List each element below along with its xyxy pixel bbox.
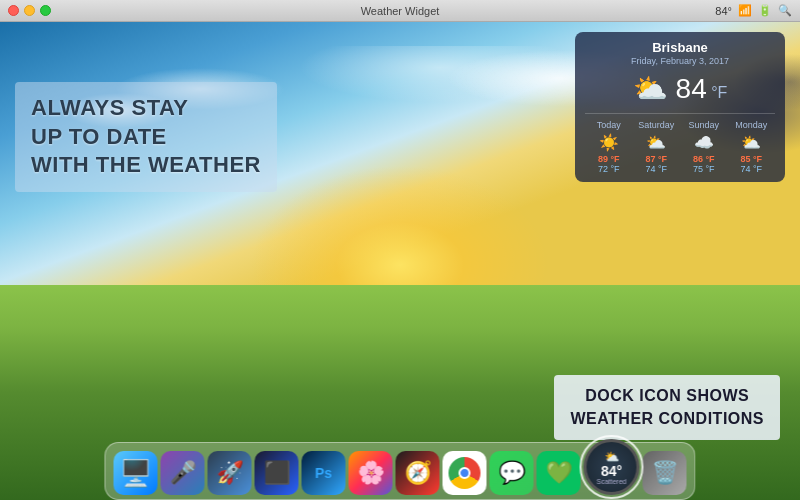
dock-messages[interactable]: 💬 <box>490 451 534 495</box>
dock-launchpad[interactable]: 🚀 <box>208 451 252 495</box>
forecast-day-1: Saturday ⛅ 87 °F 74 °F <box>633 120 681 174</box>
forecast-day-0: Today ☀️ 89 °F 72 °F <box>585 120 633 174</box>
chrome-icon <box>449 457 481 489</box>
weather-dock-temp: 84° <box>601 464 622 478</box>
window-title: Weather Widget <box>361 5 440 17</box>
dock-siri[interactable]: 🎤 <box>161 451 205 495</box>
dock-trash[interactable]: 🗑️ <box>643 451 687 495</box>
dock-photos[interactable]: 🌸 <box>349 451 393 495</box>
dock-weather[interactable]: ⛅ 84° Scattered <box>584 439 640 495</box>
trash-icon: 🗑️ <box>651 460 678 486</box>
safari-icon: 🧭 <box>404 460 431 486</box>
launchpad-icon: 🚀 <box>216 460 243 486</box>
ps-icon: Ps <box>315 465 332 481</box>
dock-label-line-1: DOCK ICON SHOWS <box>570 385 764 407</box>
hero-line-3: WITH THE WEATHER <box>31 151 261 180</box>
wifi-icon: 📶 <box>738 4 752 17</box>
titlebar: Weather Widget 84° 📶 🔋 🔍 <box>0 0 800 22</box>
traffic-lights <box>8 5 51 16</box>
menubar-temp: 84° <box>715 5 732 17</box>
dock-wechat[interactable]: 💚 <box>537 451 581 495</box>
dock-mission-control[interactable]: ⬛ <box>255 451 299 495</box>
battery-icon: 🔋 <box>758 4 772 17</box>
weather-dock-icon: ⛅ <box>604 450 619 464</box>
forecast-day-3: Monday ⛅ 85 °F 74 °F <box>728 120 776 174</box>
messages-icon: 💬 <box>498 460 525 486</box>
weather-date: Friday, February 3, 2017 <box>585 56 775 66</box>
dock-label-box: DOCK ICON SHOWS WEATHER CONDITIONS <box>554 375 780 440</box>
weather-current-icon: ⛅ <box>633 72 668 105</box>
forecast-day-2: Sunday ☁️ 86 °F 75 °F <box>680 120 728 174</box>
finder-icon: 🖥️ <box>120 458 152 489</box>
photos-icon: 🌸 <box>357 460 384 486</box>
hero-line-2: UP TO DATE <box>31 123 261 152</box>
siri-icon: 🎤 <box>169 460 196 486</box>
wechat-icon: 💚 <box>545 460 572 486</box>
dock-label-line-2: WEATHER CONDITIONS <box>570 408 764 430</box>
dock-finder[interactable]: 🖥️ <box>114 451 158 495</box>
minimize-button[interactable] <box>24 5 35 16</box>
weather-city: Brisbane <box>585 40 775 55</box>
dock: 🖥️ 🎤 🚀 ⬛ Ps 🌸 🧭 💬 💚 <box>105 442 696 500</box>
weather-current-temp: 84 <box>676 73 707 104</box>
weather-forecast: Today ☀️ 89 °F 72 °F Saturday ⛅ 87 °F 74… <box>585 113 775 174</box>
maximize-button[interactable] <box>40 5 51 16</box>
dock-safari[interactable]: 🧭 <box>396 451 440 495</box>
hero-line-1: ALWAYS STAY <box>31 94 261 123</box>
weather-dock-condition: Scattered <box>597 478 627 485</box>
dock-photoshop[interactable]: Ps <box>302 451 346 495</box>
search-icon[interactable]: 🔍 <box>778 4 792 17</box>
dock-chrome[interactable] <box>443 451 487 495</box>
desktop: ALWAYS STAY UP TO DATE WITH THE WEATHER … <box>0 22 800 500</box>
weather-widget[interactable]: Brisbane Friday, February 3, 2017 ⛅ 84 °… <box>575 32 785 182</box>
close-button[interactable] <box>8 5 19 16</box>
dock-weather-wrapper: ⛅ 84° Scattered <box>584 439 640 495</box>
hero-text-box: ALWAYS STAY UP TO DATE WITH THE WEATHER <box>15 82 277 192</box>
weather-current: ⛅ 84 °F <box>585 72 775 105</box>
mission-icon: ⬛ <box>263 460 290 486</box>
weather-current-unit: °F <box>711 84 727 101</box>
menubar-right: 84° 📶 🔋 🔍 <box>715 4 792 17</box>
